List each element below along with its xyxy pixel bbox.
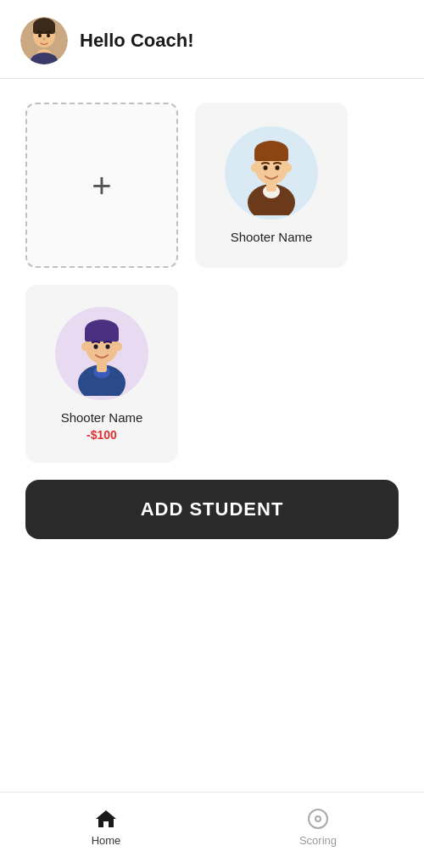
cards-row-2: Shooter Name -$100 bbox=[25, 285, 399, 463]
svg-point-16 bbox=[251, 164, 258, 172]
svg-rect-26 bbox=[85, 330, 119, 342]
svg-point-17 bbox=[285, 164, 292, 172]
svg-point-30 bbox=[106, 344, 110, 349]
shooter-avatar-1 bbox=[225, 126, 318, 220]
scoring-icon bbox=[306, 807, 330, 831]
shooter-card-2[interactable]: Shooter Name -$100 bbox=[25, 285, 178, 463]
svg-point-29 bbox=[94, 344, 98, 349]
svg-point-19 bbox=[276, 165, 280, 170]
svg-point-8 bbox=[43, 37, 46, 41]
add-student-button[interactable]: Add Student bbox=[25, 480, 399, 539]
svg-point-6 bbox=[38, 34, 42, 37]
home-icon bbox=[94, 807, 118, 831]
svg-point-18 bbox=[264, 165, 268, 170]
header: Hello Coach! bbox=[0, 0, 424, 79]
shooter-avatar-2 bbox=[55, 307, 148, 400]
svg-point-28 bbox=[115, 342, 122, 351]
nav-home[interactable]: Home bbox=[0, 807, 212, 854]
coach-avatar bbox=[20, 17, 68, 64]
scoring-label: Scoring bbox=[299, 834, 337, 847]
main-content: + bbox=[0, 79, 424, 632]
shooter-name-1: Shooter Name bbox=[231, 230, 313, 244]
svg-rect-5 bbox=[33, 25, 55, 34]
svg-point-7 bbox=[47, 34, 50, 37]
bottom-nav: Home Scoring bbox=[0, 792, 424, 868]
nav-scoring[interactable]: Scoring bbox=[212, 807, 424, 854]
greeting-text: Hello Coach! bbox=[80, 30, 193, 52]
svg-rect-15 bbox=[254, 151, 288, 161]
home-label: Home bbox=[92, 834, 121, 847]
shooter-name-2: Shooter Name bbox=[61, 410, 143, 425]
shooter-balance-2: -$100 bbox=[86, 428, 117, 442]
cards-row-1: + bbox=[25, 103, 399, 268]
svg-point-32 bbox=[315, 816, 321, 821]
shooter-card-1[interactable]: Shooter Name bbox=[195, 103, 348, 268]
svg-point-31 bbox=[309, 810, 327, 828]
plus-icon: + bbox=[92, 169, 111, 203]
svg-point-27 bbox=[81, 342, 88, 351]
add-card[interactable]: + bbox=[25, 103, 178, 268]
